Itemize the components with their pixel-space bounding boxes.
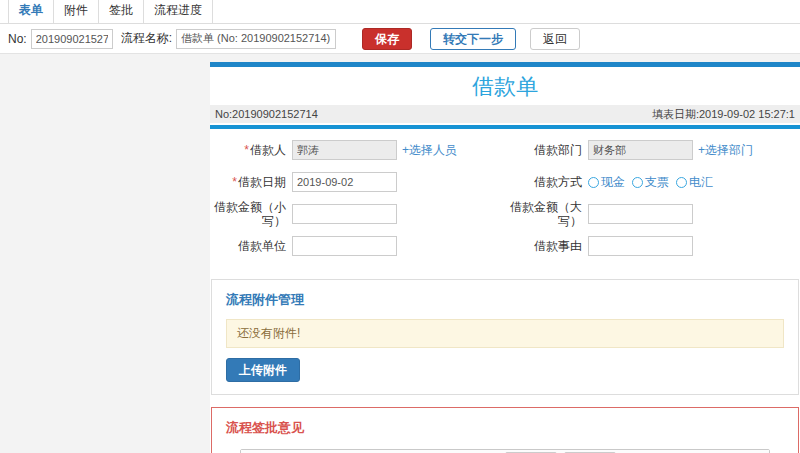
borrow-date-input[interactable]	[292, 172, 397, 192]
radio-icon	[588, 177, 599, 188]
method-option-wire[interactable]: 电汇	[676, 174, 713, 191]
method-field: 现金 支票 电汇	[588, 167, 796, 197]
loan-form-panel: 借款单 No:20190902152714 填表日期:2019-09-02 15…	[210, 62, 800, 453]
no-attachments-notice: 还没有附件!	[226, 319, 784, 348]
amount-small-input[interactable]	[292, 204, 397, 224]
method-option-cheque[interactable]: 支票	[632, 174, 669, 191]
borrower-label-text: 借款人	[250, 143, 286, 157]
method-option-wire-label: 电汇	[689, 174, 713, 191]
unit-field	[292, 231, 500, 261]
tab-attachments[interactable]: 附件	[53, 0, 99, 23]
method-option-cheque-label: 支票	[645, 174, 669, 191]
toolbar: No: 流程名称: 保存 转交下一步 返回	[0, 24, 800, 54]
tab-form[interactable]: 表单	[8, 0, 54, 23]
department-input[interactable]	[588, 140, 693, 160]
amount-small-field	[292, 199, 500, 229]
amount-big-label-text: 借款金额（大写）	[502, 200, 582, 228]
back-button[interactable]: 返回	[530, 28, 580, 50]
amount-big-input[interactable]	[588, 204, 693, 224]
unit-label-text: 借款单位	[238, 239, 286, 253]
form-meta-bar: No:20190902152714 填表日期:2019-09-02 15:27:…	[210, 105, 800, 123]
rich-text-editor: B I abc A ab ∞ ⚑ ≣ ≡ « » ” 样式	[240, 449, 770, 453]
next-step-button[interactable]: 转交下一步	[430, 28, 516, 50]
method-option-cash-label: 现金	[601, 174, 625, 191]
department-field: +选择部门	[588, 135, 796, 165]
approval-section: 流程签批意见 B I abc A ab ∞ ⚑ ≣ ≡ « »	[211, 407, 799, 453]
form-date-text: 填表日期:2019-09-02 15:27:1	[652, 105, 795, 123]
loan-form: * 借款人 +选择人员 借款部门 +选择部门 * 借款日期	[210, 129, 800, 269]
select-person-link[interactable]: +选择人员	[402, 142, 457, 159]
reason-label: 借款事由	[500, 231, 588, 261]
reason-field	[588, 231, 796, 261]
unit-label: 借款单位	[210, 231, 292, 261]
borrower-input[interactable]	[292, 140, 397, 160]
approval-title: 流程签批意见	[226, 419, 784, 437]
attachments-section: 流程附件管理 还没有附件! 上传附件	[211, 279, 799, 395]
amount-big-label: 借款金额（大写）	[500, 199, 588, 229]
required-mark: *	[244, 143, 249, 157]
tab-approval[interactable]: 签批	[98, 0, 144, 23]
select-department-link[interactable]: +选择部门	[698, 142, 753, 159]
save-button[interactable]: 保存	[362, 28, 412, 50]
method-label-text: 借款方式	[534, 175, 582, 189]
reason-input[interactable]	[588, 236, 693, 256]
department-label-text: 借款部门	[534, 143, 582, 157]
amount-small-label: 借款金额（小写）	[210, 199, 292, 229]
department-label: 借款部门	[500, 135, 588, 165]
amount-small-label-text: 借款金额（小写）	[212, 200, 286, 228]
method-option-cash[interactable]: 现金	[588, 174, 625, 191]
tab-bar: 表单 附件 签批 流程进度	[0, 0, 800, 24]
borrow-date-label-text: 借款日期	[238, 175, 286, 189]
required-mark: *	[232, 175, 237, 189]
unit-input[interactable]	[292, 236, 397, 256]
radio-icon	[632, 177, 643, 188]
borrower-label: * 借款人	[210, 135, 292, 165]
form-title: 借款单	[210, 67, 800, 105]
method-label: 借款方式	[500, 167, 588, 197]
reason-label-text: 借款事由	[534, 239, 582, 253]
amount-big-field	[588, 199, 796, 229]
borrower-field: +选择人员	[292, 135, 500, 165]
tab-progress[interactable]: 流程进度	[143, 0, 213, 23]
borrow-date-field	[292, 167, 500, 197]
no-label: No:	[8, 32, 27, 46]
process-name-label: 流程名称:	[121, 30, 172, 47]
borrow-date-label: * 借款日期	[210, 167, 292, 197]
upload-attachment-button[interactable]: 上传附件	[226, 358, 300, 382]
content-area: 借款单 No:20190902152714 填表日期:2019-09-02 15…	[0, 54, 800, 453]
form-number-text: No:20190902152714	[215, 105, 318, 123]
radio-icon	[676, 177, 687, 188]
process-name-input[interactable]	[176, 29, 336, 49]
attachments-title: 流程附件管理	[226, 291, 784, 309]
no-input[interactable]	[31, 29, 113, 49]
